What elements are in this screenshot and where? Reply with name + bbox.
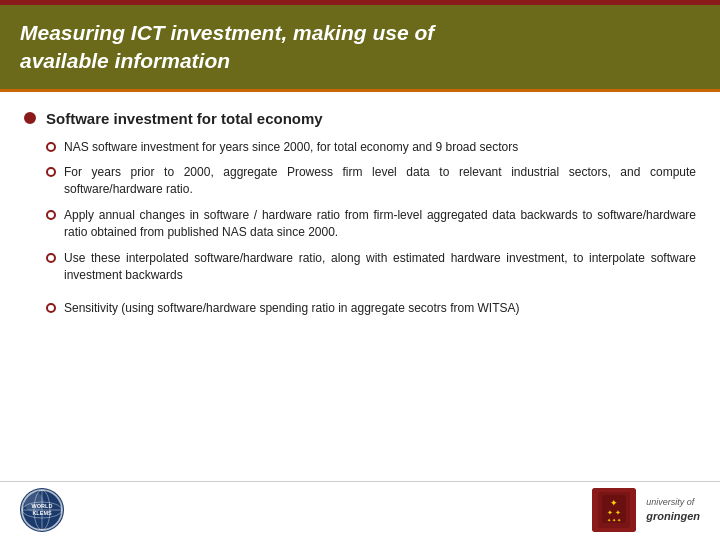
svg-text:✦: ✦ [610, 498, 618, 508]
l1-bullet-text: Software investment for total economy [46, 108, 323, 129]
slide-header: Measuring ICT investment, making use of … [0, 5, 720, 92]
l2-bullet-circle-2 [46, 167, 56, 177]
l2-bullet-circle-4 [46, 253, 56, 263]
sensitivity-text: Sensitivity (using software/hardware spe… [64, 300, 520, 317]
l2-bullets-container: NAS software investment for years since … [46, 139, 696, 285]
l2-bullet-text-2: For years prior to 2000, aggregate Prowe… [64, 164, 696, 199]
svg-point-0 [22, 490, 62, 530]
svg-text:KLEMS: KLEMS [32, 510, 52, 516]
slide-content: Software investment for total economy NA… [0, 92, 720, 481]
rug-footer-right: ✦ ✦ ✦ ✦ ✦ ✦ university of groningen [592, 488, 700, 532]
l2-bullet-item-1: NAS software investment for years since … [46, 139, 696, 156]
world-klems-circle: WORLD KLEMS [20, 488, 64, 532]
l2-bullet-text-4: Use these interpolated software/hardware… [64, 250, 696, 285]
svg-point-3 [22, 490, 62, 530]
l2-bullet-item-3: Apply annual changes in software / hardw… [46, 207, 696, 242]
svg-text:✦ ✦ ✦: ✦ ✦ ✦ [607, 517, 622, 523]
l2-bullet-item-4: Use these interpolated software/hardware… [46, 250, 696, 285]
svg-point-1 [34, 490, 50, 530]
l2-bullet-circle-1 [46, 142, 56, 152]
l2-bullet-circle-3 [46, 210, 56, 220]
l2-bullet-text-3: Apply annual changes in software / hardw… [64, 207, 696, 242]
rug-svg: ✦ ✦ ✦ ✦ ✦ ✦ [592, 488, 636, 532]
rug-city-label: groningen [646, 509, 700, 523]
l1-bullet-item: Software investment for total economy [24, 108, 696, 129]
orange-divider [0, 89, 720, 92]
rug-text-block: university of groningen [646, 497, 700, 523]
svg-point-2 [22, 502, 62, 518]
svg-text:✦ ✦: ✦ ✦ [607, 509, 621, 516]
rug-emblem: ✦ ✦ ✦ ✦ ✦ ✦ [592, 488, 636, 532]
slide-title: Measuring ICT investment, making use of … [20, 19, 700, 76]
sensitivity-section: Sensitivity (using software/hardware spe… [24, 288, 696, 317]
sensitivity-bullet-circle [46, 303, 56, 313]
svg-text:WORLD: WORLD [32, 503, 53, 509]
rug-university-label: university of [646, 497, 700, 509]
slide: ICRIER Measuring ICT investment, making … [0, 0, 720, 540]
slide-footer: WORLD KLEMS ✦ ✦ ✦ ✦ ✦ ✦ un [0, 481, 720, 540]
world-klems-logo: WORLD KLEMS [20, 488, 64, 532]
l2-bullet-text-1: NAS software investment for years since … [64, 139, 518, 156]
l1-bullet-circle [24, 112, 36, 124]
l2-bullet-item-2: For years prior to 2000, aggregate Prowe… [46, 164, 696, 199]
world-klems-emblem: WORLD KLEMS [20, 488, 64, 532]
sensitivity-bullet: Sensitivity (using software/hardware spe… [46, 300, 696, 317]
